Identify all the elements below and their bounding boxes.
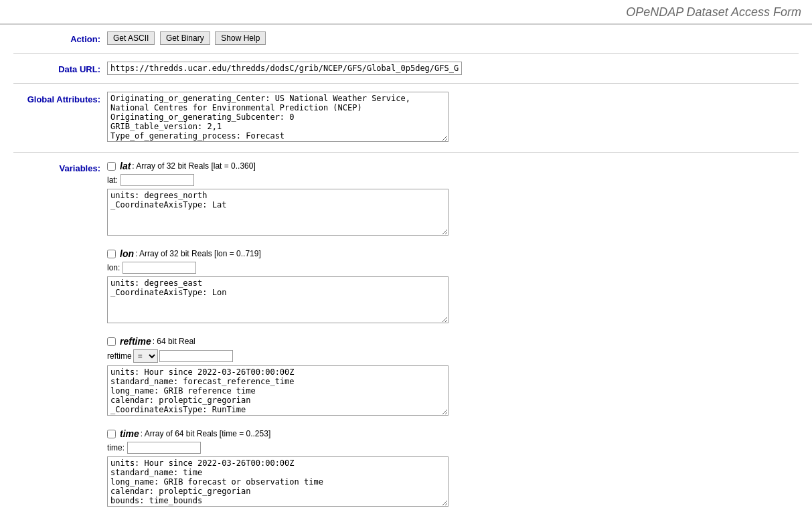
variable-reftime-value-input[interactable] bbox=[159, 350, 233, 362]
variable-reftime-desc: : 64 bit Real bbox=[153, 337, 195, 346]
variables-row: Variables: lat : Array of 32 bit Reals [… bbox=[13, 161, 799, 510]
variable-lat-desc: : Array of 32 bit Reals [lat = 0..360] bbox=[132, 161, 255, 171]
variable-lat-name: lat bbox=[120, 161, 131, 171]
variable-time-input[interactable] bbox=[127, 442, 201, 454]
variable-lat-input[interactable] bbox=[120, 174, 194, 186]
data-url-content bbox=[107, 62, 799, 75]
page-title: OPeNDAP Dataset Access Form bbox=[0, 0, 812, 25]
variable-reftime-checkbox[interactable] bbox=[107, 337, 116, 346]
global-attrs-label: Global Attributes: bbox=[13, 92, 107, 104]
variable-time-checkbox[interactable] bbox=[107, 430, 116, 438]
variable-time-desc: : Array of 64 bit Reals [time = 0..253] bbox=[141, 429, 270, 438]
variable-lat-textarea[interactable]: units: degrees_north _CoordinateAxisType… bbox=[107, 189, 449, 236]
variable-time-textarea[interactable]: units: Hour since 2022-03-26T00:00:00Z s… bbox=[107, 456, 449, 507]
variable-time-input-row: time: bbox=[107, 442, 799, 454]
get-binary-button[interactable]: Get Binary bbox=[160, 31, 210, 45]
variable-time: time : Array of 64 bit Reals [time = 0..… bbox=[107, 428, 799, 509]
variables-content: lat : Array of 32 bit Reals [lat = 0..36… bbox=[107, 161, 799, 510]
variable-reftime-operator-select[interactable]: = != < > bbox=[133, 349, 158, 363]
variable-time-header: time : Array of 64 bit Reals [time = 0..… bbox=[107, 428, 799, 439]
action-row: Action: Get ASCII Get Binary Show Help bbox=[13, 31, 799, 54]
variable-lat-input-label: lat: bbox=[107, 175, 118, 185]
variable-lon-desc: : Array of 32 bit Reals [lon = 0..719] bbox=[135, 249, 261, 258]
show-help-button[interactable]: Show Help bbox=[215, 31, 266, 45]
variable-reftime: reftime : 64 bit Real reftime = != < > u… bbox=[107, 336, 799, 418]
global-attrs-textarea[interactable]: Originating_or_generating_Center: US Nat… bbox=[107, 92, 449, 142]
variable-reftime-header: reftime : 64 bit Real bbox=[107, 336, 799, 347]
get-ascii-button[interactable]: Get ASCII bbox=[107, 31, 155, 45]
data-url-input[interactable] bbox=[107, 62, 462, 75]
variable-lon-checkbox[interactable] bbox=[107, 250, 116, 258]
variable-reftime-input-label: reftime bbox=[107, 351, 132, 361]
global-attrs-content: Originating_or_generating_Center: US Nat… bbox=[107, 92, 799, 144]
variable-lat-input-row: lat: bbox=[107, 174, 799, 186]
data-url-row: Data URL: bbox=[13, 62, 799, 84]
variable-lon-input[interactable] bbox=[123, 262, 196, 274]
action-label: Action: bbox=[13, 31, 107, 44]
variable-reftime-name: reftime bbox=[120, 336, 151, 347]
variable-reftime-input-row: reftime = != < > bbox=[107, 349, 799, 363]
variable-lon-input-label: lon: bbox=[107, 263, 120, 272]
variable-time-name: time bbox=[120, 428, 139, 439]
data-url-label: Data URL: bbox=[13, 62, 107, 74]
variable-lat-header: lat : Array of 32 bit Reals [lat = 0..36… bbox=[107, 161, 799, 171]
variable-lon-textarea[interactable]: units: degrees_east _CoordinateAxisType:… bbox=[107, 276, 449, 323]
variables-label: Variables: bbox=[13, 161, 107, 173]
variable-time-input-label: time: bbox=[107, 443, 125, 452]
variable-lat: lat : Array of 32 bit Reals [lat = 0..36… bbox=[107, 161, 799, 238]
variable-lon-input-row: lon: bbox=[107, 262, 799, 274]
global-attrs-row: Global Attributes: Originating_or_genera… bbox=[13, 92, 799, 153]
action-buttons: Get ASCII Get Binary Show Help bbox=[107, 31, 799, 45]
variable-lat-checkbox[interactable] bbox=[107, 162, 116, 171]
variable-reftime-textarea[interactable]: units: Hour since 2022-03-26T00:00:00Z s… bbox=[107, 365, 449, 416]
variable-lon-name: lon bbox=[120, 248, 134, 259]
variable-lon: lon : Array of 32 bit Reals [lon = 0..71… bbox=[107, 248, 799, 325]
variable-lon-header: lon : Array of 32 bit Reals [lon = 0..71… bbox=[107, 248, 799, 259]
